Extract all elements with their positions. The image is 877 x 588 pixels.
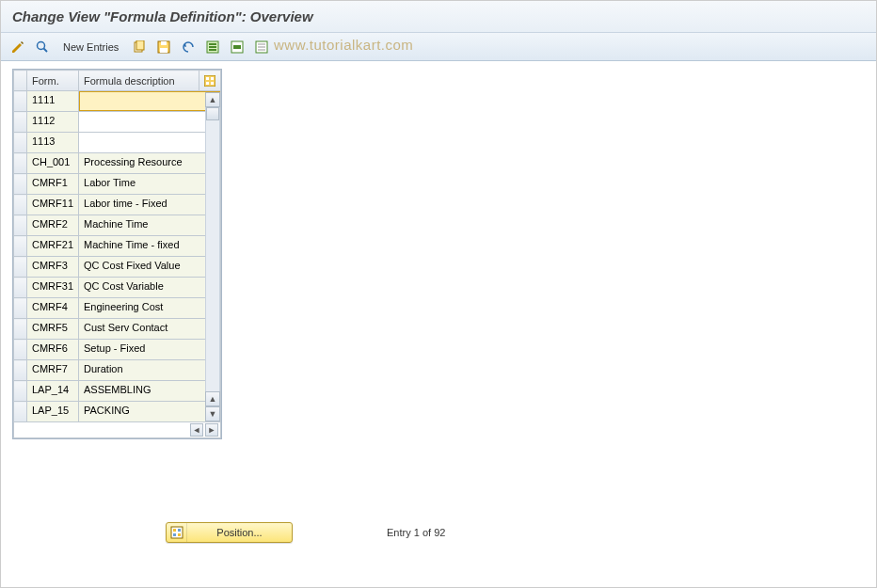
form-cell[interactable]: CMRF6 [27, 340, 79, 360]
description-value: Machine Time - fixed [79, 236, 220, 256]
description-cell[interactable]: Machine Time [79, 215, 221, 236]
description-value: QC Cost Fixed Value [79, 257, 220, 277]
column-header-form[interactable]: Form. [27, 71, 79, 91]
scroll-thumb[interactable] [206, 107, 219, 120]
description-cell[interactable]: Setup - Fixed [79, 340, 221, 360]
row-selector[interactable] [14, 174, 27, 195]
form-value: CMRF7 [27, 360, 78, 380]
horizontal-scrollbar[interactable]: ◄ ► [14, 422, 220, 437]
scroll-left-button[interactable]: ◄ [190, 423, 203, 437]
description-cell[interactable]: Cust Serv Contact [79, 319, 221, 340]
row-selector[interactable] [14, 298, 27, 319]
svg-rect-15 [258, 46, 265, 48]
row-selector[interactable] [14, 112, 27, 133]
description-cell[interactable] [79, 112, 221, 133]
form-cell[interactable]: LAP_14 [27, 381, 79, 402]
form-cell[interactable]: CMRF4 [27, 298, 79, 319]
form-cell[interactable]: CMRF21 [27, 236, 79, 257]
description-value [79, 91, 220, 111]
row-selector[interactable] [14, 360, 27, 381]
form-cell[interactable]: 1111 [27, 91, 79, 112]
form-cell[interactable]: 1113 [27, 133, 79, 153]
svg-rect-23 [173, 529, 176, 532]
row-selector[interactable] [14, 195, 27, 215]
form-value: LAP_14 [27, 381, 78, 401]
description-cell[interactable]: Labor Time [79, 174, 221, 195]
row-selector[interactable] [14, 340, 27, 360]
svg-rect-21 [211, 82, 214, 85]
description-cell[interactable]: QC Cost Fixed Value [79, 257, 221, 278]
form-cell[interactable]: CMRF1 [27, 174, 79, 195]
column-config-button[interactable] [199, 71, 221, 91]
row-selector[interactable] [14, 236, 27, 257]
table-row: CMRF1Labor Time [14, 174, 221, 195]
entry-counter-text: Entry 1 of 92 [387, 527, 445, 538]
save-icon[interactable] [154, 38, 173, 56]
description-cell[interactable] [79, 133, 221, 153]
form-value: CMRF3 [27, 257, 78, 277]
description-value: ASSEMBLING [79, 381, 220, 401]
form-cell[interactable]: CMRF5 [27, 319, 79, 340]
form-cell[interactable]: CMRF2 [27, 215, 79, 236]
description-cell[interactable]: Labor time - Fixed [79, 195, 221, 215]
title-bar: Change View "Formula Definition": Overvi… [1, 1, 876, 33]
description-cell[interactable] [79, 91, 221, 112]
row-selector[interactable] [14, 215, 27, 236]
form-cell[interactable]: CMRF3 [27, 257, 79, 278]
form-cell[interactable]: 1112 [27, 112, 79, 133]
scroll-down-button[interactable]: ▼ [205, 406, 220, 421]
description-value [79, 112, 220, 132]
table-row: 1112 [14, 112, 221, 133]
find-icon[interactable] [33, 38, 52, 56]
row-selector[interactable] [14, 402, 27, 422]
scroll-up-button[interactable]: ▲ [205, 92, 220, 107]
form-value: CH_001 [27, 153, 78, 173]
row-selector[interactable] [14, 319, 27, 340]
select-all-icon[interactable] [203, 38, 222, 56]
form-value: CMRF5 [27, 319, 78, 339]
row-selector[interactable] [14, 133, 27, 153]
column-header-description[interactable]: Formula description [79, 71, 199, 91]
table-settings-icon[interactable] [204, 73, 215, 87]
description-cell[interactable]: Processing Resource [79, 153, 221, 174]
form-cell[interactable]: LAP_15 [27, 402, 79, 422]
scroll-right-button[interactable]: ► [205, 423, 218, 437]
svg-rect-25 [173, 533, 176, 536]
description-cell[interactable]: QC Cost Variable [79, 278, 221, 298]
table-row: CMRF3QC Cost Fixed Value [14, 257, 221, 278]
copy-icon[interactable] [130, 38, 149, 56]
undo-icon[interactable] [179, 38, 198, 56]
form-cell[interactable]: CMRF7 [27, 360, 79, 381]
description-cell[interactable]: PACKING [79, 402, 221, 422]
position-button[interactable]: Position... [166, 522, 293, 543]
svg-rect-22 [171, 527, 183, 538]
vertical-scrollbar[interactable]: ▲ ▲ ▼ [205, 92, 220, 421]
scroll-bottom-up-button[interactable]: ▲ [205, 391, 220, 406]
row-selector[interactable] [14, 278, 27, 298]
description-value [79, 133, 220, 152]
scroll-track[interactable] [205, 107, 220, 391]
form-cell[interactable]: CH_001 [27, 153, 79, 174]
form-value: CMRF6 [27, 340, 78, 359]
table-row: CMRF11Labor time - Fixed [14, 195, 221, 215]
description-cell[interactable]: Machine Time - fixed [79, 236, 221, 257]
description-cell[interactable]: Engineering Cost [79, 298, 221, 319]
form-cell[interactable]: CMRF31 [27, 278, 79, 298]
row-selector[interactable] [14, 153, 27, 174]
svg-rect-26 [178, 533, 181, 536]
row-selector[interactable] [14, 381, 27, 402]
toggle-edit-icon[interactable] [8, 38, 27, 56]
column-row-selector[interactable] [14, 71, 27, 91]
form-cell[interactable]: CMRF11 [27, 195, 79, 215]
svg-rect-9 [209, 46, 216, 48]
description-cell[interactable]: Duration [79, 360, 221, 381]
footer-row: Position... Entry 1 of 92 [166, 522, 445, 543]
new-entries-button[interactable]: New Entries [59, 40, 122, 55]
row-selector[interactable] [14, 257, 27, 278]
row-selector[interactable] [14, 91, 27, 112]
select-block-icon[interactable] [228, 38, 247, 56]
deselect-all-icon[interactable] [252, 38, 271, 56]
description-cell[interactable]: ASSEMBLING [79, 381, 221, 402]
table-row: CMRF21Machine Time - fixed [14, 236, 221, 257]
svg-line-1 [44, 48, 48, 52]
